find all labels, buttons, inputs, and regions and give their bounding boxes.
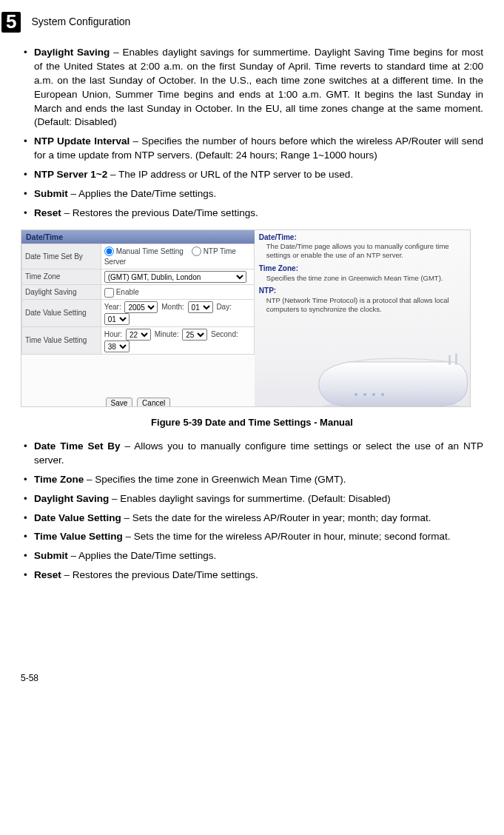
cancel-button[interactable]: Cancel bbox=[137, 398, 170, 407]
row-control: Year: 2005 Month: 01 Day: 01 bbox=[101, 300, 254, 327]
help-title: NTP: bbox=[259, 286, 466, 296]
second-select[interactable]: 38 bbox=[104, 341, 130, 352]
timezone-select[interactable]: (GMT) GMT, Dublin, London bbox=[104, 271, 246, 283]
table-row: Daylight Saving Enable bbox=[22, 285, 255, 300]
definition: – Sets the date for the wireless AP/Rout… bbox=[121, 512, 431, 523]
row-label: Time Value Setting bbox=[22, 327, 101, 355]
help-block: Date/Time: The Date/Time page allows you… bbox=[259, 233, 466, 260]
hour-select[interactable]: 22 bbox=[126, 329, 151, 341]
help-title: Date/Time: bbox=[259, 233, 466, 243]
term: NTP Server 1~2 bbox=[34, 169, 107, 180]
list-item: Date Value Setting – Sets the date for t… bbox=[21, 512, 483, 526]
row-control: Enable bbox=[101, 285, 254, 300]
definition: – Restores the previous Date/Time settin… bbox=[61, 569, 258, 580]
feature-list-top: Daylight Saving – Enables daylight savin… bbox=[21, 46, 483, 221]
term: Time Zone bbox=[34, 474, 84, 485]
term: NTP Update Interval bbox=[34, 135, 130, 147]
row-control: Hour: 22 Minute: 25 Second: 38 bbox=[101, 327, 254, 355]
list-item: Time Value Setting – Sets the time for t… bbox=[21, 530, 483, 544]
svg-rect-1 bbox=[448, 355, 451, 365]
spacer bbox=[21, 591, 483, 680]
month-label: Month: bbox=[161, 303, 184, 311]
row-label: Time Zone bbox=[22, 269, 101, 285]
help-block: Time Zone: Specifies the time zone in Gr… bbox=[259, 264, 466, 282]
definition: – Restores the previous Date/Time settin… bbox=[61, 207, 258, 218]
help-title: Time Zone: bbox=[259, 264, 466, 274]
list-item: Reset – Restores the previous Date/Time … bbox=[21, 207, 483, 221]
settings-form: Date/Time Date Time Set By Manual Time S… bbox=[21, 230, 255, 406]
row-label: Date Time Set By bbox=[22, 244, 101, 269]
list-item: Reset – Restores the previous Date/Time … bbox=[21, 569, 483, 583]
page-number: 5-58 bbox=[21, 672, 38, 685]
table-row: Date Time Set By Manual Time Setting NTP… bbox=[22, 244, 255, 269]
list-item: Daylight Saving – Enables daylight savin… bbox=[21, 46, 483, 130]
list-item: Submit – Applies the Date/Time settings. bbox=[21, 549, 483, 563]
checkbox-label: Enable bbox=[116, 288, 139, 296]
term: Date Value Setting bbox=[34, 512, 121, 523]
term: Reset bbox=[34, 569, 61, 580]
day-select[interactable]: 01 bbox=[104, 313, 130, 325]
chapter-title: System Configuration bbox=[31, 15, 130, 30]
svg-point-5 bbox=[372, 393, 375, 396]
term: Time Value Setting bbox=[34, 531, 123, 542]
settings-table: Date Time Set By Manual Time Setting NTP… bbox=[21, 244, 255, 355]
help-block: NTP: NTP (Network Time Protocol) is a pr… bbox=[259, 286, 466, 313]
chapter-badge: 5 bbox=[1, 12, 21, 33]
list-item: Date Time Set By – Allows you to manuall… bbox=[21, 440, 483, 468]
feature-list-bottom: Date Time Set By – Allows you to manuall… bbox=[21, 440, 483, 583]
svg-rect-2 bbox=[455, 353, 457, 365]
term: Daylight Saving bbox=[34, 47, 110, 58]
table-row: Date Value Setting Year: 2005 Month: 01 … bbox=[22, 300, 255, 327]
svg-point-3 bbox=[355, 393, 357, 396]
list-item: Daylight Saving – Enables daylight savin… bbox=[21, 492, 483, 506]
term: Submit bbox=[34, 550, 68, 561]
row-control: (GMT) GMT, Dublin, London bbox=[101, 269, 254, 285]
hour-label: Hour: bbox=[104, 330, 122, 338]
help-sidebar: Date/Time: The Date/Time page allows you… bbox=[255, 230, 470, 406]
save-button[interactable]: Save bbox=[106, 398, 133, 407]
manual-time-radio[interactable] bbox=[104, 247, 114, 256]
router-icon bbox=[304, 328, 471, 407]
figure-5-39: Date/Time Date Time Set By Manual Time S… bbox=[21, 229, 483, 429]
minute-select[interactable]: 25 bbox=[182, 329, 207, 341]
definition: – Specifies the time zone in Greenwich M… bbox=[84, 474, 346, 485]
panel-title: Date/Time bbox=[21, 230, 255, 244]
definition: – Applies the Date/Time settings. bbox=[68, 188, 217, 199]
definition: – Enables daylight savings for summertim… bbox=[34, 47, 483, 127]
button-row: Save Cancel bbox=[21, 396, 255, 407]
ntp-time-radio[interactable] bbox=[192, 247, 201, 256]
help-text: Specifies the time zone in Greenwich Mea… bbox=[259, 274, 466, 283]
table-row: Time Value Setting Hour: 22 Minute: 25 S… bbox=[22, 327, 255, 355]
term: Date Time Set By bbox=[34, 440, 121, 452]
term: Submit bbox=[34, 188, 68, 199]
daylight-enable-checkbox[interactable] bbox=[104, 288, 114, 298]
svg-point-4 bbox=[363, 393, 366, 396]
list-item: Time Zone – Specifies the time zone in G… bbox=[21, 473, 483, 487]
row-label: Daylight Saving bbox=[22, 285, 101, 300]
term: Daylight Saving bbox=[34, 493, 109, 504]
radio-label: Manual Time Setting bbox=[116, 247, 184, 255]
day-label: Day: bbox=[216, 303, 232, 311]
screenshot-panel: Date/Time Date Time Set By Manual Time S… bbox=[21, 229, 471, 407]
figure-caption: Figure 5-39 Date and Time Settings - Man… bbox=[21, 416, 483, 429]
definition: – Enables daylight savings for summertim… bbox=[109, 493, 390, 504]
list-item: Submit – Applies the Date/Time settings. bbox=[21, 187, 483, 201]
month-select[interactable]: 01 bbox=[188, 301, 213, 313]
list-item: NTP Server 1~2 – The IP address or URL o… bbox=[21, 168, 483, 182]
row-label: Date Value Setting bbox=[22, 300, 101, 327]
definition: – Sets the time for the wireless AP/Rout… bbox=[123, 531, 451, 542]
definition: – Applies the Date/Time settings. bbox=[68, 550, 217, 561]
second-label: Second: bbox=[211, 330, 238, 338]
help-text: The Date/Time page allows you to manuall… bbox=[259, 242, 466, 260]
chapter-heading: 5 System Configuration bbox=[1, 12, 483, 33]
year-label: Year: bbox=[104, 303, 121, 311]
row-control: Manual Time Setting NTP Time Server bbox=[101, 244, 254, 269]
year-select[interactable]: 2005 bbox=[124, 301, 158, 313]
definition: – The IP address or URL of the NTP serve… bbox=[107, 169, 353, 180]
table-row: Time Zone (GMT) GMT, Dublin, London bbox=[22, 269, 255, 285]
minute-label: Minute: bbox=[155, 330, 179, 338]
list-item: NTP Update Interval – Specifies the numb… bbox=[21, 135, 483, 163]
term: Reset bbox=[34, 207, 61, 218]
help-text: NTP (Network Time Protocol) is a protoco… bbox=[259, 296, 466, 314]
svg-point-6 bbox=[381, 393, 384, 396]
